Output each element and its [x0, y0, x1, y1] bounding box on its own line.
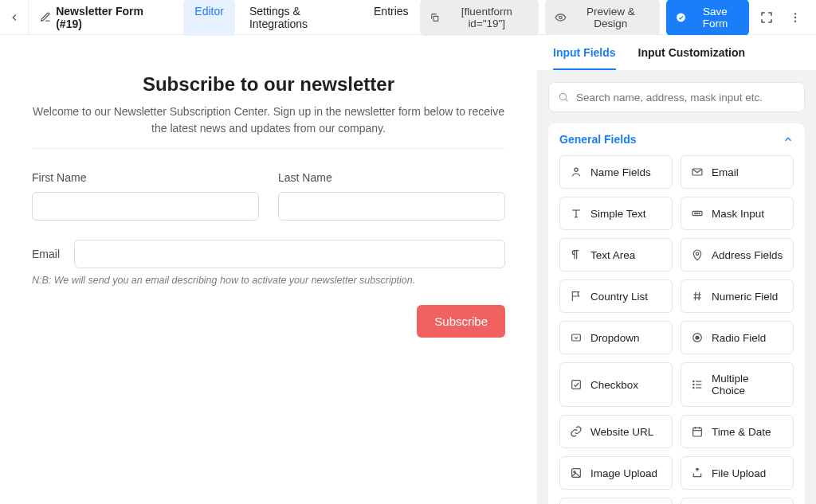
field-card-label: File Upload: [712, 467, 766, 479]
email-field[interactable]: Email N:B: We will send you an email des…: [32, 240, 505, 286]
subscribe-button[interactable]: Subscribe: [417, 305, 505, 338]
last-name-field[interactable]: Last Name: [278, 171, 505, 221]
name-row: First Name Last Name: [32, 171, 505, 221]
sidebar-tab-input-fields[interactable]: Input Fields: [553, 46, 616, 70]
search-input[interactable]: [548, 82, 805, 112]
field-card-radio-field[interactable]: Radio Field: [681, 321, 794, 354]
sidebar-body: General Fields Name FieldsEmailSimple Te…: [537, 71, 816, 504]
form-heading: Subscribe to our newsletter: [32, 73, 505, 96]
field-card-checkbox[interactable]: Checkbox: [559, 362, 673, 407]
page-title: Newsletter Form (#19): [56, 5, 166, 30]
list-icon: [691, 378, 704, 391]
field-card-label: Name Fields: [590, 166, 651, 178]
sidebar: Input Fields Input Customization General…: [537, 35, 816, 504]
last-name-label: Last Name: [278, 171, 505, 184]
top-bar: Newsletter Form (#19) Editor Settings & …: [0, 0, 816, 35]
field-card-label: Checkbox: [590, 379, 638, 391]
save-button[interactable]: Save Form: [666, 0, 749, 36]
sidebar-tab-customization[interactable]: Input Customization: [638, 46, 746, 70]
email-input[interactable]: [74, 240, 505, 268]
search-icon: [558, 92, 569, 103]
field-card-label: Dropdown: [590, 332, 640, 344]
general-fields-section: General Fields Name FieldsEmailSimple Te…: [548, 123, 805, 504]
field-card-label: Numeric Field: [712, 291, 778, 303]
field-card-time-date[interactable]: Time & Date: [681, 415, 794, 448]
field-card-file-upload[interactable]: File Upload: [681, 456, 794, 490]
more-vertical-icon: [789, 11, 802, 24]
check-icon: [570, 378, 583, 391]
section-toggle[interactable]: General Fields: [559, 133, 794, 146]
field-card-label: Multiple Choice: [712, 373, 783, 397]
chevron-left-icon: [9, 12, 20, 23]
field-card-text-area[interactable]: Text Area: [559, 238, 673, 272]
last-name-input[interactable]: [278, 192, 505, 221]
field-grid: Name FieldsEmailSimple TextMask InputTex…: [559, 155, 794, 504]
field-card-address-fields[interactable]: Address Fields: [681, 238, 794, 272]
drop-icon: [570, 331, 583, 344]
svg-point-2: [677, 13, 685, 21]
field-card-label: Image Upload: [590, 467, 657, 479]
copy-icon: [430, 12, 440, 23]
hash-icon: [691, 290, 704, 303]
cal-icon: [691, 425, 704, 438]
para-icon: [570, 248, 583, 261]
pencil-icon: [40, 11, 51, 23]
form-title-area[interactable]: Newsletter Form (#19): [29, 5, 177, 30]
check-circle-icon: [676, 12, 686, 23]
field-card-label: Text Area: [590, 249, 635, 261]
field-card-numeric-field[interactable]: Numeric Field: [681, 279, 794, 313]
svg-line-7: [566, 100, 568, 102]
preview-button[interactable]: Preview & Design: [545, 0, 660, 36]
mask-icon: [691, 207, 704, 220]
svg-point-5: [794, 20, 796, 21]
field-card-label: Country List: [590, 291, 648, 303]
shortcode-button[interactable]: [fluentform id="19"]: [420, 0, 539, 36]
fullscreen-icon: [759, 10, 774, 25]
pin-icon: [691, 248, 704, 261]
fullscreen-button[interactable]: [755, 6, 778, 29]
more-button[interactable]: [784, 6, 806, 29]
field-card-multiple-choice[interactable]: Multiple Choice: [681, 362, 794, 407]
field-card-email[interactable]: Email: [681, 155, 794, 189]
field-card-website-url[interactable]: Website URL: [559, 415, 673, 448]
first-name-field[interactable]: First Name: [32, 171, 259, 221]
mail-icon: [691, 166, 704, 178]
tab-settings[interactable]: Settings & Integrations: [238, 0, 359, 36]
tab-editor[interactable]: Editor: [183, 0, 235, 36]
email-label: Email: [32, 248, 60, 260]
field-card-label: Website URL: [590, 426, 653, 438]
img-icon: [570, 467, 583, 479]
field-card-label: Simple Text: [590, 208, 646, 220]
field-card-image-upload[interactable]: Image Upload: [559, 456, 673, 490]
user-icon: [570, 166, 583, 178]
form-description: Welcome to our Newsletter Subscription C…: [32, 104, 505, 137]
form-preview: Subscribe to our newsletter Welcome to o…: [32, 73, 505, 338]
field-card-custom-html[interactable]: Custom HTML: [559, 498, 673, 504]
header-tabs: Editor Settings & Integrations Entries: [183, 0, 419, 36]
tab-entries[interactable]: Entries: [363, 0, 420, 36]
chevron-up-icon: [783, 134, 794, 145]
field-card-label: Mask Input: [712, 208, 764, 220]
flag-icon: [570, 290, 583, 303]
sidebar-tabs: Input Fields Input Customization: [537, 35, 816, 71]
field-card-mask-input[interactable]: Mask Input: [681, 197, 794, 230]
topbar-actions: [fluentform id="19"] Preview & Design Sa…: [420, 0, 806, 36]
field-card-phone-mobile[interactable]: Phone/Mobile: [681, 498, 794, 504]
divider: [32, 148, 505, 149]
field-card-name-fields[interactable]: Name Fields: [559, 155, 673, 189]
svg-point-3: [794, 13, 796, 14]
back-button[interactable]: [0, 0, 29, 35]
field-card-label: Email: [712, 166, 739, 178]
form-canvas[interactable]: Subscribe to our newsletter Welcome to o…: [0, 35, 537, 504]
first-name-input[interactable]: [32, 192, 259, 221]
svg-point-1: [559, 16, 563, 19]
field-card-dropdown[interactable]: Dropdown: [559, 321, 673, 354]
field-card-label: Address Fields: [712, 249, 783, 261]
main-area: Subscribe to our newsletter Welcome to o…: [0, 35, 816, 504]
field-card-simple-text[interactable]: Simple Text: [559, 197, 673, 230]
submit-row: Subscribe: [32, 305, 505, 338]
field-card-country-list[interactable]: Country List: [559, 279, 673, 313]
first-name-label: First Name: [32, 171, 259, 184]
svg-point-4: [794, 16, 796, 18]
field-search: [548, 82, 805, 112]
